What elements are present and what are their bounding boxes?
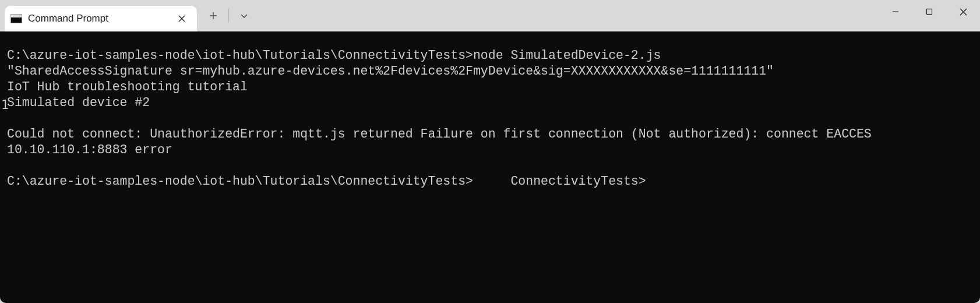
- terminal-line: 10.10.110.1:8883 error: [7, 143, 172, 157]
- gutter-marker: 1: [1, 97, 9, 112]
- close-tab-button[interactable]: [175, 12, 189, 26]
- cmd-icon: [10, 14, 22, 23]
- window-controls: [879, 0, 980, 31]
- maximize-icon: [926, 8, 933, 15]
- terminal-line: C:\azure-iot-samples-node\iot-hub\Tutori…: [7, 174, 646, 188]
- plus-icon: [209, 12, 217, 20]
- tab-actions: [197, 0, 257, 31]
- terminal-output[interactable]: C:\azure-iot-samples-node\iot-hub\Tutori…: [0, 31, 980, 303]
- minimize-button[interactable]: [879, 0, 912, 23]
- terminal-line: "SharedAccessSignature sr=myhub.azure-de…: [7, 64, 774, 78]
- chevron-down-icon: [240, 12, 248, 20]
- svg-rect-5: [927, 9, 932, 15]
- terminal-line: C:\azure-iot-samples-node\iot-hub\Tutori…: [7, 48, 661, 62]
- tab-command-prompt[interactable]: Command Prompt: [5, 6, 197, 31]
- maximize-button[interactable]: [912, 0, 946, 23]
- terminal-line: Simulated device #2: [7, 96, 150, 110]
- terminal-line: Could not connect: UnauthorizedError: mq…: [7, 127, 872, 141]
- close-window-button[interactable]: [946, 0, 980, 23]
- tab-strip: Command Prompt: [0, 0, 197, 31]
- close-icon: [960, 8, 967, 16]
- tab-title: Command Prompt: [28, 13, 169, 24]
- tab-dropdown-button[interactable]: [231, 4, 257, 27]
- close-icon: [178, 15, 185, 22]
- tab-divider: [228, 9, 229, 23]
- new-tab-button[interactable]: [200, 4, 226, 27]
- terminal-line: IoT Hub troubleshooting tutorial: [7, 80, 248, 94]
- minimize-icon: [892, 8, 899, 15]
- titlebar: Command Prompt: [0, 0, 980, 31]
